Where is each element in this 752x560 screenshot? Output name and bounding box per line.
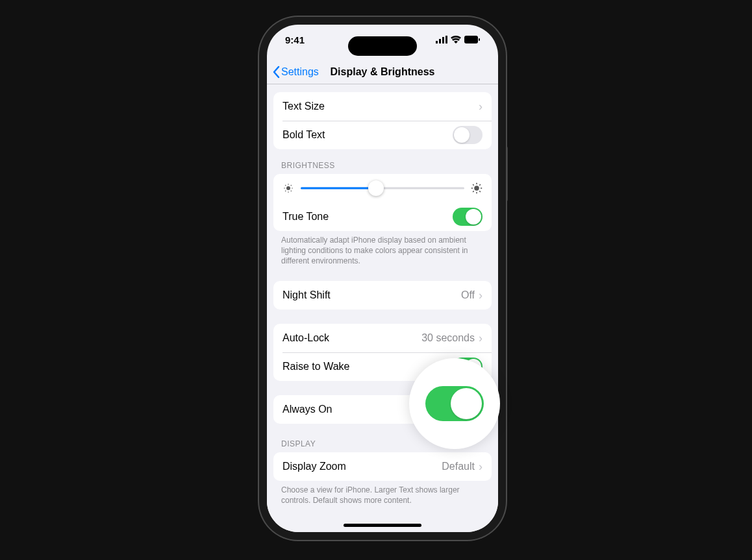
auto-lock-value: 30 seconds [421, 332, 475, 344]
text-size-row[interactable]: Text Size › [273, 92, 492, 121]
svg-rect-5 [479, 38, 480, 41]
night-shift-row[interactable]: Night Shift Off › [273, 281, 492, 310]
svg-rect-0 [436, 41, 438, 43]
side-button-volume-down [258, 177, 261, 210]
bold-text-toggle[interactable] [453, 126, 483, 144]
magnifier-callout [409, 358, 500, 449]
back-button[interactable]: Settings [267, 66, 319, 79]
display-zoom-label: Display Zoom [282, 461, 442, 472]
sun-high-icon [471, 182, 483, 194]
true-tone-label: True Tone [282, 211, 453, 223]
auto-lock-label: Auto-Lock [282, 332, 421, 344]
svg-line-20 [473, 184, 474, 186]
svg-line-22 [473, 191, 474, 192]
display-zoom-value: Default [442, 461, 475, 472]
status-time: 9:41 [285, 34, 305, 45]
dynamic-island [348, 36, 417, 56]
side-button-silence [258, 104, 261, 122]
auto-lock-row[interactable]: Auto-Lock 30 seconds › [273, 324, 492, 352]
wifi-icon [451, 36, 461, 43]
svg-line-23 [479, 184, 481, 186]
phone-frame: 9:41 Settings Display & Brightness Text … [267, 25, 498, 532]
always-on-toggle-magnified [425, 386, 484, 421]
svg-point-15 [474, 186, 479, 191]
svg-line-12 [291, 191, 292, 191]
bold-text-label: Bold Text [282, 129, 453, 141]
svg-point-6 [286, 186, 290, 190]
battery-icon [464, 36, 480, 43]
svg-rect-2 [442, 37, 444, 43]
back-label: Settings [281, 66, 319, 78]
chevron-right-icon: › [479, 289, 483, 301]
chevron-right-icon: › [479, 461, 483, 472]
chevron-right-icon: › [479, 332, 483, 344]
nav-bar: Settings Display & Brightness [267, 60, 498, 84]
side-button-power [505, 147, 508, 201]
text-size-label: Text Size [282, 101, 479, 112]
night-shift-label: Night Shift [282, 289, 461, 301]
night-shift-value: Off [461, 289, 475, 301]
svg-line-14 [291, 185, 292, 186]
svg-rect-3 [445, 36, 447, 43]
side-button-volume-up [258, 135, 261, 169]
display-zoom-row[interactable]: Display Zoom Default › [273, 452, 492, 481]
svg-rect-1 [439, 39, 441, 43]
true-tone-footer: Automatically adapt iPhone display based… [267, 231, 498, 267]
sun-low-icon [282, 182, 294, 194]
home-indicator[interactable] [344, 524, 421, 527]
display-zoom-footer: Choose a view for iPhone. Larger Text sh… [267, 481, 498, 505]
chevron-right-icon: › [479, 101, 483, 112]
svg-line-21 [479, 191, 481, 192]
bold-text-row: Bold Text [273, 121, 492, 149]
brightness-header: BRIGHTNESS [267, 149, 498, 174]
status-indicators [436, 36, 480, 43]
true-tone-row: True Tone [273, 202, 492, 231]
svg-line-11 [285, 185, 286, 186]
chevron-left-icon [272, 66, 280, 79]
cellular-icon [436, 36, 447, 43]
svg-rect-4 [464, 36, 478, 43]
brightness-slider[interactable] [301, 182, 464, 195]
svg-line-13 [285, 191, 286, 191]
true-tone-toggle[interactable] [453, 208, 483, 226]
settings-content[interactable]: Text Size › Bold Text BRIGHTNESS Tru [267, 84, 498, 532]
brightness-slider-row [273, 174, 492, 202]
